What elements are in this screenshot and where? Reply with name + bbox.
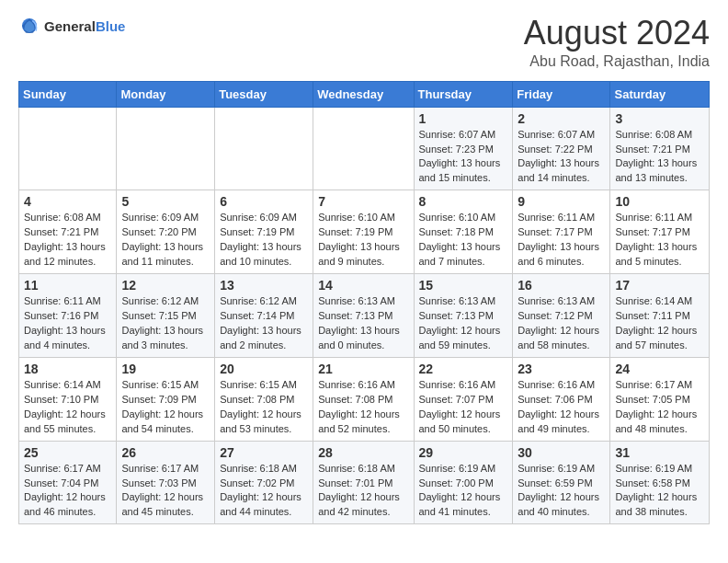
day-cell: 3Sunrise: 6:08 AM Sunset: 7:21 PM Daylig… — [610, 107, 710, 190]
day-cell: 18Sunrise: 6:14 AM Sunset: 7:10 PM Dayli… — [19, 357, 117, 441]
day-number: 4 — [24, 194, 111, 209]
day-number: 28 — [318, 445, 408, 460]
day-number: 22 — [419, 362, 508, 376]
day-cell: 10Sunrise: 6:11 AM Sunset: 7:17 PM Dayli… — [610, 190, 710, 274]
day-info: Sunrise: 6:07 AM Sunset: 7:22 PM Dayligh… — [518, 128, 605, 187]
day-cell: 1Sunrise: 6:07 AM Sunset: 7:23 PM Daylig… — [414, 107, 513, 190]
column-header-sunday: Sunday — [19, 81, 117, 107]
column-header-wednesday: Wednesday — [313, 81, 414, 107]
day-info: Sunrise: 6:09 AM Sunset: 7:19 PM Dayligh… — [220, 211, 308, 270]
day-info: Sunrise: 6:15 AM Sunset: 7:08 PM Dayligh… — [220, 378, 308, 437]
day-cell: 23Sunrise: 6:16 AM Sunset: 7:06 PM Dayli… — [513, 357, 610, 441]
day-info: Sunrise: 6:08 AM Sunset: 7:21 PM Dayligh… — [24, 211, 111, 270]
day-cell: 21Sunrise: 6:16 AM Sunset: 7:08 PM Dayli… — [313, 357, 414, 441]
week-row-3: 11Sunrise: 6:11 AM Sunset: 7:16 PM Dayli… — [19, 274, 710, 358]
day-info: Sunrise: 6:08 AM Sunset: 7:21 PM Dayligh… — [615, 128, 704, 187]
day-cell: 9Sunrise: 6:11 AM Sunset: 7:17 PM Daylig… — [513, 190, 610, 274]
day-cell: 22Sunrise: 6:16 AM Sunset: 7:07 PM Dayli… — [414, 357, 513, 441]
week-row-4: 18Sunrise: 6:14 AM Sunset: 7:10 PM Dayli… — [19, 357, 710, 441]
day-cell: 14Sunrise: 6:13 AM Sunset: 7:13 PM Dayli… — [313, 274, 414, 358]
day-info: Sunrise: 6:15 AM Sunset: 7:09 PM Dayligh… — [121, 378, 210, 437]
day-info: Sunrise: 6:16 AM Sunset: 7:06 PM Dayligh… — [518, 378, 605, 437]
day-info: Sunrise: 6:18 AM Sunset: 7:01 PM Dayligh… — [318, 462, 408, 521]
day-number: 7 — [318, 194, 408, 209]
day-number: 20 — [220, 362, 308, 376]
day-number: 26 — [121, 445, 210, 460]
day-number: 6 — [220, 194, 308, 209]
day-number: 17 — [615, 278, 704, 293]
day-number: 8 — [419, 194, 508, 209]
logo-general: General — [44, 18, 96, 34]
day-info: Sunrise: 6:14 AM Sunset: 7:11 PM Dayligh… — [615, 294, 704, 353]
column-header-saturday: Saturday — [610, 81, 710, 107]
day-cell: 20Sunrise: 6:15 AM Sunset: 7:08 PM Dayli… — [215, 357, 313, 441]
day-info: Sunrise: 6:12 AM Sunset: 7:15 PM Dayligh… — [121, 294, 210, 353]
column-header-tuesday: Tuesday — [215, 81, 313, 107]
title-block: August 2024 Abu Road, Rajasthan, India — [524, 15, 710, 70]
logo-blue: Blue — [96, 18, 126, 34]
day-number: 27 — [220, 445, 308, 460]
day-cell: 7Sunrise: 6:10 AM Sunset: 7:19 PM Daylig… — [313, 190, 414, 274]
day-number: 10 — [615, 194, 704, 209]
day-number: 13 — [220, 278, 308, 293]
day-cell: 25Sunrise: 6:17 AM Sunset: 7:04 PM Dayli… — [19, 441, 117, 524]
day-cell: 19Sunrise: 6:15 AM Sunset: 7:09 PM Dayli… — [117, 357, 215, 441]
week-row-1: 1Sunrise: 6:07 AM Sunset: 7:23 PM Daylig… — [19, 107, 710, 190]
column-header-monday: Monday — [117, 81, 215, 107]
day-cell: 29Sunrise: 6:19 AM Sunset: 7:00 PM Dayli… — [414, 441, 513, 524]
day-info: Sunrise: 6:10 AM Sunset: 7:18 PM Dayligh… — [419, 211, 508, 270]
day-info: Sunrise: 6:19 AM Sunset: 6:59 PM Dayligh… — [518, 462, 605, 521]
day-info: Sunrise: 6:10 AM Sunset: 7:19 PM Dayligh… — [318, 211, 408, 270]
day-number: 3 — [615, 111, 704, 126]
day-info: Sunrise: 6:13 AM Sunset: 7:13 PM Dayligh… — [419, 294, 508, 353]
month-title: August 2024 — [524, 15, 710, 52]
day-cell: 2Sunrise: 6:07 AM Sunset: 7:22 PM Daylig… — [513, 107, 610, 190]
day-cell: 15Sunrise: 6:13 AM Sunset: 7:13 PM Dayli… — [414, 274, 513, 358]
day-number: 2 — [518, 111, 605, 126]
day-number: 30 — [518, 445, 605, 460]
calendar-table: SundayMondayTuesdayWednesdayThursdayFrid… — [18, 81, 710, 525]
day-cell: 31Sunrise: 6:19 AM Sunset: 6:58 PM Dayli… — [610, 441, 710, 524]
day-info: Sunrise: 6:19 AM Sunset: 6:58 PM Dayligh… — [615, 462, 704, 521]
day-number: 5 — [121, 194, 210, 209]
logo-icon — [18, 15, 40, 37]
day-info: Sunrise: 6:11 AM Sunset: 7:17 PM Dayligh… — [615, 211, 704, 270]
column-header-thursday: Thursday — [414, 81, 513, 107]
day-cell: 12Sunrise: 6:12 AM Sunset: 7:15 PM Dayli… — [117, 274, 215, 358]
day-number: 12 — [121, 278, 210, 293]
day-cell: 8Sunrise: 6:10 AM Sunset: 7:18 PM Daylig… — [414, 190, 513, 274]
day-cell — [19, 107, 117, 190]
page-header: GeneralBlue August 2024 Abu Road, Rajast… — [18, 15, 710, 70]
day-number: 24 — [615, 362, 704, 376]
day-cell: 11Sunrise: 6:11 AM Sunset: 7:16 PM Dayli… — [19, 274, 117, 358]
day-cell: 17Sunrise: 6:14 AM Sunset: 7:11 PM Dayli… — [610, 274, 710, 358]
location: Abu Road, Rajasthan, India — [524, 53, 710, 70]
calendar-page: GeneralBlue August 2024 Abu Road, Rajast… — [0, 0, 728, 539]
day-info: Sunrise: 6:16 AM Sunset: 7:08 PM Dayligh… — [318, 378, 408, 437]
day-number: 21 — [318, 362, 408, 376]
day-number: 15 — [419, 278, 508, 293]
week-row-2: 4Sunrise: 6:08 AM Sunset: 7:21 PM Daylig… — [19, 190, 710, 274]
day-info: Sunrise: 6:07 AM Sunset: 7:23 PM Dayligh… — [419, 128, 508, 187]
logo: GeneralBlue — [18, 15, 125, 37]
day-info: Sunrise: 6:16 AM Sunset: 7:07 PM Dayligh… — [419, 378, 508, 437]
day-info: Sunrise: 6:11 AM Sunset: 7:17 PM Dayligh… — [518, 211, 605, 270]
day-info: Sunrise: 6:17 AM Sunset: 7:04 PM Dayligh… — [24, 462, 111, 521]
day-cell: 28Sunrise: 6:18 AM Sunset: 7:01 PM Dayli… — [313, 441, 414, 524]
column-header-friday: Friday — [513, 81, 610, 107]
day-cell: 26Sunrise: 6:17 AM Sunset: 7:03 PM Dayli… — [117, 441, 215, 524]
day-cell — [215, 107, 313, 190]
day-cell: 30Sunrise: 6:19 AM Sunset: 6:59 PM Dayli… — [513, 441, 610, 524]
day-cell: 27Sunrise: 6:18 AM Sunset: 7:02 PM Dayli… — [215, 441, 313, 524]
day-number: 18 — [24, 362, 111, 376]
day-cell: 5Sunrise: 6:09 AM Sunset: 7:20 PM Daylig… — [117, 190, 215, 274]
day-number: 14 — [318, 278, 408, 293]
day-cell: 6Sunrise: 6:09 AM Sunset: 7:19 PM Daylig… — [215, 190, 313, 274]
day-cell — [117, 107, 215, 190]
day-number: 31 — [615, 445, 704, 460]
day-cell: 13Sunrise: 6:12 AM Sunset: 7:14 PM Dayli… — [215, 274, 313, 358]
day-info: Sunrise: 6:13 AM Sunset: 7:13 PM Dayligh… — [318, 294, 408, 353]
day-info: Sunrise: 6:12 AM Sunset: 7:14 PM Dayligh… — [220, 294, 308, 353]
week-row-5: 25Sunrise: 6:17 AM Sunset: 7:04 PM Dayli… — [19, 441, 710, 524]
day-info: Sunrise: 6:18 AM Sunset: 7:02 PM Dayligh… — [220, 462, 308, 521]
